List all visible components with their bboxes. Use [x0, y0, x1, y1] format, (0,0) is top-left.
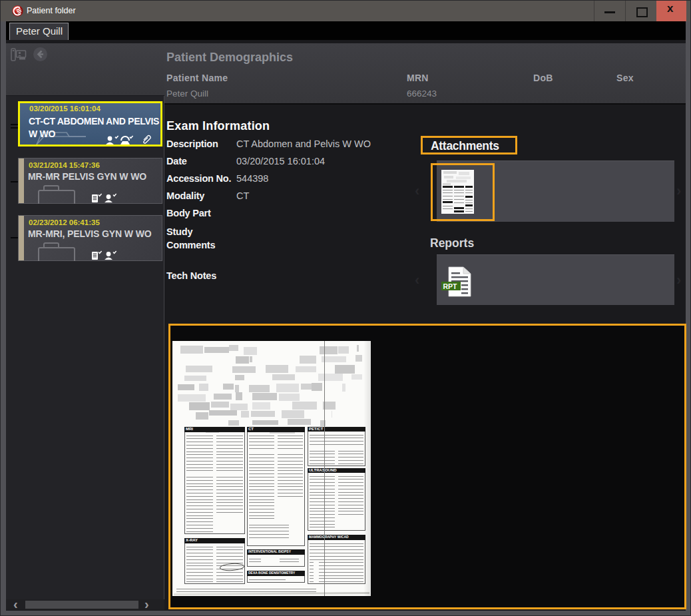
svg-text:RPT: RPT	[443, 282, 458, 290]
